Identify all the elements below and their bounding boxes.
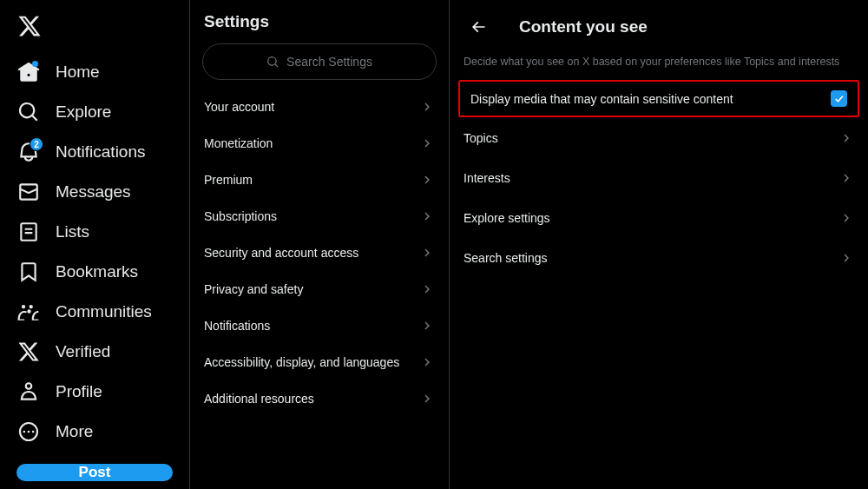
chevron-right-icon: [419, 318, 435, 334]
chevron-right-icon: [419, 391, 435, 406]
chevron-right-icon: [419, 172, 435, 188]
content-item-explore[interactable]: Explore settings: [450, 199, 868, 237]
settings-item-additional[interactable]: Additional resources: [190, 380, 449, 417]
settings-item-privacy[interactable]: Privacy and safety: [190, 271, 449, 307]
content-item-search[interactable]: Search settings: [450, 239, 868, 277]
nav-label: Verified: [56, 342, 110, 361]
chevron-right-icon: [838, 250, 854, 266]
nav-label: Bookmarks: [56, 262, 138, 281]
x-logo[interactable]: [7, 9, 182, 52]
home-icon: [17, 61, 40, 83]
notification-badge: 2: [30, 137, 43, 151]
settings-item-monetization[interactable]: Monetization: [190, 125, 449, 162]
chevron-right-icon: [838, 130, 854, 146]
chevron-right-icon: [419, 208, 435, 224]
home-dot-badge: [32, 61, 38, 67]
nav-profile[interactable]: Profile: [7, 372, 182, 412]
nav-bookmarks[interactable]: Bookmarks: [7, 252, 182, 292]
communities-icon: [17, 301, 40, 323]
bell-icon: 2: [17, 141, 40, 163]
settings-item-your-account[interactable]: Your account: [190, 89, 449, 125]
sensitive-label: Display media that may contain sensitive…: [470, 92, 733, 106]
search-settings-input[interactable]: Search Settings: [202, 43, 437, 80]
content-item-topics[interactable]: Topics: [450, 119, 868, 157]
nav-home[interactable]: Home: [7, 52, 182, 92]
content-description: Decide what you see on X based on your p…: [450, 49, 868, 80]
nav-label: Profile: [56, 382, 102, 401]
content-title: Content you see: [519, 17, 648, 36]
checkbox-checked-icon[interactable]: [831, 90, 847, 107]
nav-explore[interactable]: Explore: [7, 92, 182, 132]
content-item-interests[interactable]: Interests: [450, 159, 868, 197]
nav-label: More: [56, 422, 93, 441]
chevron-right-icon: [838, 170, 854, 186]
chevron-right-icon: [419, 245, 435, 261]
chevron-right-icon: [419, 281, 435, 297]
nav-label: Messages: [56, 182, 131, 202]
profile-icon: [17, 380, 40, 403]
list-icon: [17, 221, 40, 243]
search-placeholder: Search Settings: [286, 55, 372, 69]
search-icon: [266, 56, 279, 69]
nav-label: Notifications: [56, 142, 146, 162]
settings-item-premium[interactable]: Premium: [190, 162, 449, 198]
nav-label: Explore: [56, 102, 111, 122]
settings-title: Settings: [190, 9, 449, 43]
settings-item-subscriptions[interactable]: Subscriptions: [190, 198, 449, 235]
nav-notifications[interactable]: 2 Notifications: [7, 132, 182, 172]
chevron-right-icon: [419, 135, 435, 151]
chevron-right-icon: [419, 99, 435, 115]
chevron-right-icon: [419, 354, 435, 370]
nav-verified[interactable]: Verified: [7, 332, 182, 372]
bookmark-icon: [17, 261, 40, 283]
settings-panel: Settings Search Settings Your account Mo…: [189, 0, 450, 489]
content-panel: Content you see Decide what you see on X…: [450, 0, 868, 489]
nav-more[interactable]: More: [7, 412, 182, 452]
primary-nav: Home Explore 2 Notifications Messages Li…: [0, 0, 189, 489]
nav-label: Communities: [56, 302, 152, 321]
nav-label: Home: [56, 63, 100, 82]
search-icon: [17, 101, 40, 123]
back-button[interactable]: [464, 12, 493, 42]
chevron-right-icon: [838, 210, 854, 226]
arrow-left-icon: [470, 18, 487, 36]
settings-item-security[interactable]: Security and account access: [190, 235, 449, 271]
mail-icon: [17, 181, 40, 203]
sensitive-content-toggle[interactable]: Display media that may contain sensitive…: [458, 80, 859, 117]
nav-lists[interactable]: Lists: [7, 212, 182, 252]
nav-messages[interactable]: Messages: [7, 172, 182, 212]
nav-communities[interactable]: Communities: [7, 292, 182, 332]
nav-label: Lists: [56, 222, 89, 241]
more-icon: [17, 420, 40, 443]
settings-item-notifications[interactable]: Notifications: [190, 307, 449, 344]
x-icon: [17, 340, 40, 363]
post-button[interactable]: Post: [16, 464, 173, 481]
settings-item-accessibility[interactable]: Accessibility, display, and languages: [190, 344, 449, 380]
